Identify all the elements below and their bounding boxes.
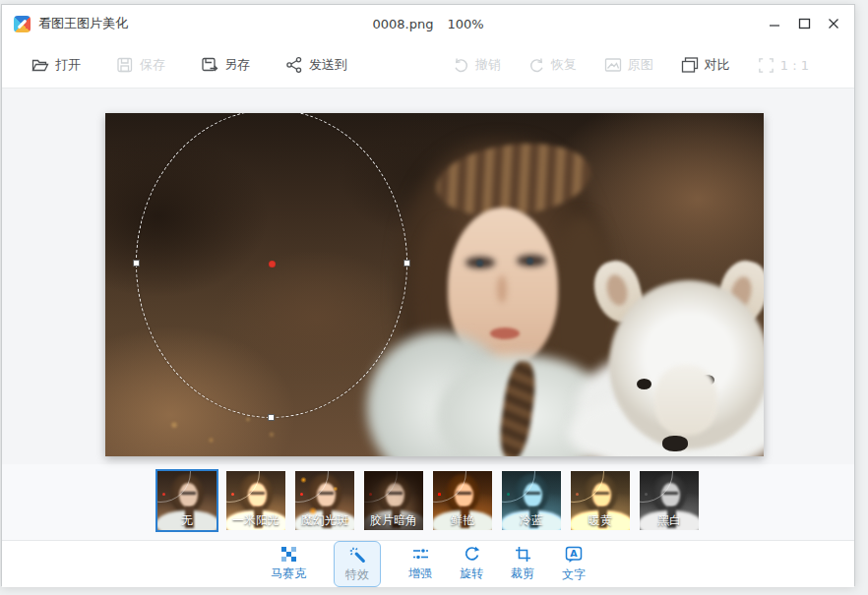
close-icon: [828, 18, 839, 30]
save-icon: [116, 56, 134, 74]
rotate-icon: [464, 546, 480, 563]
text-tool[interactable]: A 文字: [562, 546, 586, 583]
filter-thumb-magic-bokeh[interactable]: 魔幻光斑: [293, 469, 356, 532]
document-info: 0008.png 100%: [372, 5, 483, 42]
main-toolbar: 打开 保存 另存 发送到 撤销 恢复: [2, 42, 854, 89]
undo-button[interactable]: 撤销: [453, 56, 501, 74]
one-to-one-button[interactable]: 1 : 1: [758, 56, 809, 74]
mosaic-tool[interactable]: 马赛克: [271, 546, 306, 582]
original-image-button[interactable]: 原图: [604, 56, 653, 74]
filter-strip: 无 一米阳光 魔幻光斑 胶片暗角 鲜艳 冷蓝 暖黄 黑白: [2, 464, 854, 540]
filter-thumb-sunshine[interactable]: 一米阳光: [224, 469, 287, 532]
selection-handle-right[interactable]: [403, 260, 410, 267]
effects-tool[interactable]: 特效: [334, 541, 381, 587]
selection-center-marker[interactable]: [269, 261, 276, 268]
window-controls: [760, 10, 854, 37]
redo-button[interactable]: 恢复: [528, 56, 577, 74]
app-title: 看图王图片美化: [38, 15, 128, 32]
selection-handle-left[interactable]: [133, 260, 140, 267]
app-window: 看图王图片美化 0008.png 100% 打开 保存: [1, 4, 855, 586]
sliders-icon: [412, 546, 429, 563]
svg-text:A: A: [570, 548, 578, 559]
picture-icon: [604, 56, 622, 74]
selection-ellipse[interactable]: [136, 113, 407, 418]
filter-thumb-vivid[interactable]: 鲜艳: [431, 469, 494, 532]
save-button[interactable]: 保存: [116, 56, 165, 74]
compare-icon: [681, 56, 699, 74]
folder-open-icon: [31, 56, 49, 74]
one-to-one-icon: [758, 57, 775, 74]
enhance-tool[interactable]: 增强: [408, 546, 432, 582]
crop-icon: [515, 546, 531, 563]
document-filename: 0008.png: [372, 17, 433, 31]
share-icon: [285, 56, 303, 74]
save-as-icon: [201, 56, 218, 74]
filter-thumb-black-white[interactable]: 黑白: [638, 469, 701, 532]
maximize-icon: [798, 18, 811, 30]
filter-thumb-warm-yellow[interactable]: 暖黄: [569, 469, 632, 532]
send-to-button[interactable]: 发送到: [285, 56, 347, 74]
filter-thumb-film-vignette[interactable]: 胶片暗角: [362, 469, 425, 532]
filter-thumb-cool-blue[interactable]: 冷蓝: [500, 469, 563, 532]
undo-icon: [453, 57, 469, 74]
filter-thumb-none[interactable]: 无: [155, 469, 218, 532]
compare-button[interactable]: 对比: [681, 56, 730, 74]
minimize-button[interactable]: [760, 10, 789, 37]
mosaic-icon: [280, 546, 297, 563]
zoom-level: 100%: [447, 17, 483, 31]
save-as-button[interactable]: 另存: [201, 56, 250, 74]
app-logo-icon: [14, 16, 31, 32]
rotate-tool[interactable]: 旋转: [460, 546, 483, 582]
close-button[interactable]: [819, 10, 848, 37]
open-button[interactable]: 打开: [31, 56, 81, 74]
text-bubble-icon: A: [565, 546, 583, 564]
titlebar: 看图王图片美化 0008.png 100%: [2, 5, 854, 42]
photo-canvas[interactable]: [105, 113, 764, 456]
maximize-button[interactable]: [789, 10, 819, 37]
magic-wand-icon: [349, 547, 366, 564]
minimize-icon: [769, 18, 780, 30]
workspace: [2, 89, 854, 464]
redo-icon: [528, 57, 545, 74]
bottom-toolbar: 马赛克 特效 增强 旋转 裁剪 A 文字: [2, 540, 854, 587]
selection-handle-bottom[interactable]: [268, 414, 275, 421]
crop-tool[interactable]: 裁剪: [511, 546, 534, 582]
